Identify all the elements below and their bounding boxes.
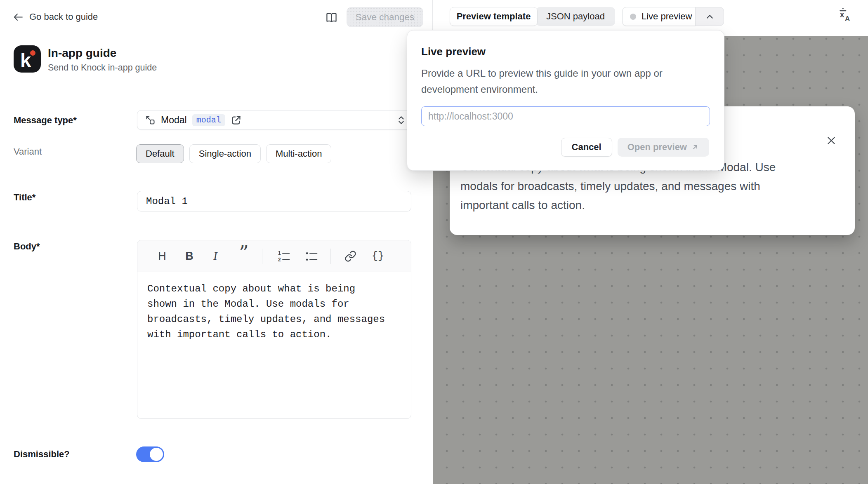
bullet-list-icon[interactable] [303,248,319,264]
back-label: Go back to guide [29,12,98,22]
variant-default-button[interactable]: Default [136,144,184,163]
toolbar-divider [262,249,262,264]
save-changes-button[interactable]: Save changes [347,7,423,27]
live-preview-button[interactable]: Live preview [622,7,696,26]
heading-icon[interactable]: H [154,248,170,264]
message-type-badge: modal [192,114,225,126]
popover-description: Provide a URL to preview this guide in y… [421,65,710,97]
app-screen: Go back to guide Save changes Preview te… [0,0,868,484]
chevron-up-icon [705,12,715,21]
svg-text:x: x [840,10,844,19]
dismissible-label: Dismissible? [14,449,70,460]
body-label: Body* [14,241,40,252]
title-label: Title* [14,192,35,203]
open-preview-label: Open preview [627,142,687,153]
ordered-list-icon[interactable]: 1 2 [275,248,292,264]
external-link-icon[interactable] [231,115,242,126]
body-line: shown in the Modal. Use modals for [147,296,401,312]
close-icon[interactable] [826,135,837,146]
variant-multi-action-button[interactable]: Multi-action [266,144,331,163]
knock-logo-dot [30,50,35,56]
live-status-dot-icon [630,14,636,20]
preview-body-line: important calls to action. [460,196,776,215]
tab-json-payload[interactable]: JSON payload [536,7,615,26]
preview-body-line: modals for broadcasts, timely updates, a… [460,177,776,196]
page-title: In-app guide [48,47,116,60]
toolbar-divider [330,249,331,264]
toggle-knob [150,448,163,461]
knock-logo-letter: k [20,50,31,70]
variant-label: Variant [14,146,42,157]
live-preview-popover: Live preview Provide a URL to preview th… [407,30,724,171]
preview-url-input[interactable] [421,106,710,126]
docs-book-icon[interactable] [325,12,338,23]
link-icon[interactable] [342,248,359,264]
live-preview-label: Live preview [642,11,692,22]
header-divider [0,93,432,93]
body-editor: H B I ” 1 2 [137,240,411,419]
blockquote-icon[interactable]: ” [236,248,252,258]
editor-toolbar: H B I ” 1 2 [137,240,411,272]
svg-text:1: 1 [278,250,281,256]
cancel-button[interactable]: Cancel [561,138,612,157]
italic-icon[interactable]: I [207,248,224,264]
arrow-up-right-icon [691,143,699,151]
back-arrow-icon [12,12,24,22]
bold-icon[interactable]: B [181,248,198,264]
body-editor-content[interactable]: Contextual copy about what is being show… [137,272,411,351]
svg-text:A: A [845,15,850,22]
dismissible-toggle[interactable] [136,446,164,462]
svg-text:2: 2 [278,256,281,262]
body-line: Contextual copy about what is being [147,281,401,296]
variant-single-action-button[interactable]: Single-action [189,144,261,163]
variant-button-group: Default Single-action Multi-action [136,144,331,163]
knock-logo: k [14,45,41,73]
select-updown-icon [397,114,405,126]
body-line: with important calls to action. [147,327,401,342]
message-type-value: Modal [161,115,187,126]
message-type-label: Message type* [14,115,77,126]
popover-actions: Cancel Open preview [561,138,709,157]
live-preview-chevron-button[interactable] [695,7,724,26]
open-preview-button[interactable]: Open preview [618,138,709,157]
title-input[interactable] [137,191,411,211]
modal-type-icon [145,115,156,125]
variable-braces-icon[interactable]: {} [370,248,386,264]
translate-icon[interactable]: x A [837,7,852,22]
popover-title: Live preview [421,45,486,58]
page-subtitle: Send to Knock in-app guide [48,63,157,73]
body-line: broadcasts, timely updates, and messages [147,312,401,327]
message-type-select[interactable]: Modal modal [137,110,411,130]
back-to-guide-link[interactable]: Go back to guide [12,12,98,22]
tab-preview-template[interactable]: Preview template [450,7,538,26]
